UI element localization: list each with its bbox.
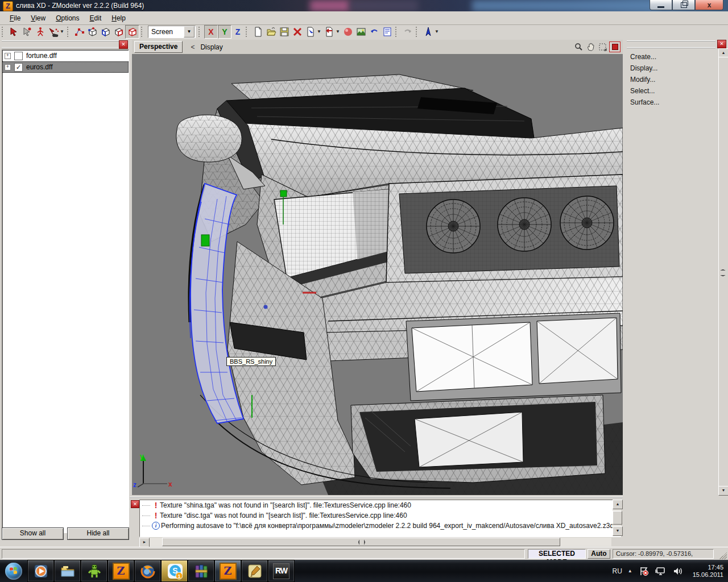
toolbar-grip[interactable] [395, 27, 399, 37]
taskbar-firefox[interactable] [134, 560, 161, 582]
select-tool-icon[interactable] [7, 26, 20, 38]
show-all-button[interactable]: Show all [2, 527, 64, 540]
view-mode-combobox[interactable]: Screen ▼ [148, 26, 196, 38]
menu-help[interactable]: Help [106, 13, 131, 24]
scrollbar-thumb[interactable] [613, 511, 622, 525]
axis-z-toggle[interactable]: Z [231, 26, 244, 38]
toolbar-grip[interactable] [67, 27, 71, 37]
paint-select-tool-icon[interactable] [47, 26, 60, 38]
import-icon[interactable] [304, 26, 317, 38]
taskbar-zmodeler-active[interactable]: Z [214, 560, 241, 582]
import-dropdown-caret[interactable]: ▼ [317, 26, 322, 38]
material-editor-icon[interactable] [341, 26, 354, 38]
start-button[interactable] [0, 560, 27, 582]
polygons-mode-icon[interactable] [112, 26, 125, 38]
taskbar-rw[interactable]: RW [268, 560, 295, 582]
resize-grip[interactable] [719, 552, 727, 559]
minimize-button[interactable] [650, 0, 672, 10]
network-icon[interactable] [655, 566, 667, 576]
log-window-icon[interactable] [380, 26, 394, 38]
open-file-icon[interactable] [264, 26, 278, 38]
maximize-viewport-icon[interactable] [609, 41, 621, 52]
axis-x-toggle[interactable]: X [204, 25, 218, 39]
tree-row-euros[interactable]: + ✓ euros.dff [2, 61, 129, 73]
scrollbar-thumb[interactable] [718, 57, 728, 487]
save-icon[interactable] [278, 26, 291, 38]
scrollbar-thumb[interactable] [162, 538, 560, 546]
edges-mode-icon[interactable] [86, 26, 99, 38]
restore-button[interactable] [672, 0, 695, 10]
combobox-dropdown-icon[interactable]: ▼ [184, 26, 195, 38]
clock[interactable]: 17:45 15.06.2011 [689, 564, 723, 579]
new-file-icon[interactable] [251, 26, 264, 38]
zoom-icon[interactable] [573, 42, 584, 52]
close-button[interactable]: x [695, 0, 723, 10]
menu-options[interactable]: Options [51, 13, 84, 24]
green-vertex-marker[interactable] [201, 235, 209, 246]
green-vertex-marker[interactable] [280, 190, 287, 197]
breadcrumb-back-arrow[interactable]: < [191, 43, 195, 51]
file-name[interactable]: fortune.dff [26, 52, 57, 60]
toolbar-grip[interactable] [246, 27, 249, 37]
visibility-checkbox[interactable] [14, 52, 23, 60]
tree-row-fortune[interactable]: + fortune.dff [2, 50, 129, 61]
breadcrumb[interactable]: Display [200, 43, 222, 51]
scene-file-list[interactable]: + fortune.dff + ✓ euros.dff [2, 49, 129, 533]
toolbar-grip[interactable] [198, 27, 202, 37]
toolbar-grip[interactable] [2, 27, 5, 37]
cmd-modify[interactable]: Modify... [630, 74, 715, 85]
scroll-up-icon[interactable]: ▲ [613, 500, 623, 509]
taskbar-samp[interactable] [81, 560, 107, 582]
export-dropdown-caret[interactable]: ▼ [336, 26, 341, 38]
export-icon[interactable] [322, 26, 336, 38]
expander-icon[interactable]: + [5, 64, 11, 70]
scroll-down-icon[interactable]: ▼ [613, 526, 623, 536]
show-hidden-icons-caret[interactable]: ▲ [628, 568, 632, 573]
taskbar-explorer[interactable] [54, 560, 81, 582]
taskbar-skype[interactable]: S1 [161, 560, 188, 582]
menu-edit[interactable]: Edit [85, 13, 107, 24]
menu-view[interactable]: View [26, 13, 51, 24]
scene-panel-close-icon[interactable]: ✕ [119, 40, 128, 49]
scroll-right-icon[interactable]: ► [139, 538, 150, 547]
delete-icon[interactable] [291, 26, 304, 38]
compass-dropdown-caret[interactable]: ▼ [435, 26, 440, 38]
compass-icon[interactable] [421, 26, 435, 38]
taskbar-media-player[interactable] [27, 560, 54, 582]
undo-icon[interactable] [367, 26, 380, 38]
volume-icon[interactable] [672, 566, 684, 576]
taskbar-paint[interactable] [241, 560, 268, 582]
vertices-mode-icon[interactable] [73, 26, 86, 38]
redo-icon[interactable] [401, 26, 414, 38]
log-messages[interactable]: ! Texture "shina.tga" was not found in "… [139, 500, 621, 537]
panel-drag-grip[interactable] [627, 40, 715, 48]
axis-y-toggle[interactable]: Y [218, 25, 231, 39]
select-move-tool-icon[interactable] [20, 26, 34, 38]
cmd-surface[interactable]: Surface... [630, 97, 715, 108]
cmd-select[interactable]: Select... [630, 85, 715, 97]
faces-mode-icon[interactable] [99, 26, 112, 38]
cmd-create[interactable]: Create... [630, 51, 715, 63]
panel-drag-grip[interactable] [2, 40, 119, 48]
title-bar[interactable]: Z слива XD - ZModeler ver 2.2.2 (Build 9… [0, 0, 728, 11]
bone-tool-icon[interactable] [34, 26, 47, 38]
toolbar-grip[interactable] [141, 27, 144, 37]
auto-button[interactable]: Auto [588, 549, 610, 559]
3d-viewport[interactable]: y z x BBS_RS_shiny [132, 54, 623, 495]
taskbar-zmodeler-1[interactable]: Z [107, 560, 134, 582]
orbit-icon[interactable] [597, 42, 607, 52]
log-horizontal-scrollbar[interactable]: ◄ ► [139, 538, 611, 546]
command-panel-scrollbar[interactable]: ▲ ▼ [718, 48, 727, 496]
pan-hand-icon[interactable] [585, 42, 595, 52]
action-center-flag-icon[interactable] [638, 566, 650, 576]
hide-all-button[interactable]: Hide all [67, 527, 129, 540]
taskbar-winrar[interactable] [188, 560, 214, 582]
cmd-display[interactable]: Display... [630, 63, 715, 74]
toolbar-grip[interactable] [416, 27, 419, 37]
command-panel-close-icon[interactable]: ✕ [717, 40, 726, 48]
texture-browser-icon[interactable] [354, 26, 367, 38]
objects-mode-icon[interactable] [125, 25, 139, 39]
tool-dropdown-caret[interactable]: ▼ [60, 26, 65, 38]
scroll-down-icon[interactable]: ▼ [718, 486, 728, 496]
file-name[interactable]: euros.dff [26, 63, 52, 71]
